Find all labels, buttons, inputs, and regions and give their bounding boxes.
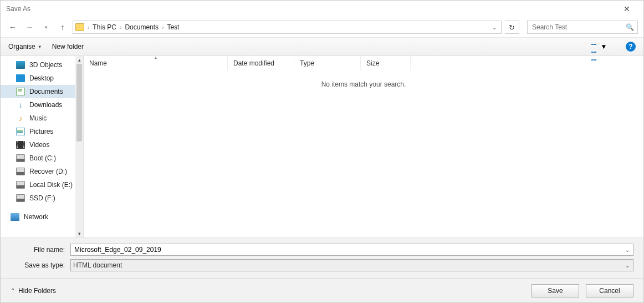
cancel-button[interactable]: Cancel xyxy=(586,284,633,297)
save-as-dialog: Save As ✕ ← → ▾ ↑ › This PC › Documents … xyxy=(0,0,644,303)
toolbar: Organise ▼ New folder ▼ ? xyxy=(1,37,643,56)
filename-input[interactable] xyxy=(73,245,624,254)
title-bar: Save As ✕ xyxy=(1,1,643,17)
dialog-body: 3D Objects Desktop Documents Downloads M… xyxy=(1,56,643,238)
music-icon xyxy=(16,114,25,122)
sidebar-item-label: Music xyxy=(29,114,47,122)
chevron-down-icon: ▼ xyxy=(601,43,607,50)
sidebar-item-pictures[interactable]: Pictures xyxy=(1,125,83,138)
chevron-down-icon: ▼ xyxy=(38,44,42,49)
savetype-combobox[interactable]: HTML document ⌄ xyxy=(70,259,633,271)
sidebar-item-label: Network xyxy=(24,213,48,221)
savetype-value: HTML document xyxy=(73,261,624,269)
network-icon xyxy=(11,213,19,221)
sidebar-item-label: Videos xyxy=(29,141,49,149)
chevron-right-icon: › xyxy=(86,24,90,31)
drive-icon xyxy=(16,194,25,202)
drive-icon xyxy=(16,154,25,162)
recent-dropdown[interactable]: ▾ xyxy=(39,21,53,34)
file-list-area: Name ▴ Date modified Type Size No items … xyxy=(84,56,643,238)
sidebar-item-label: 3D Objects xyxy=(29,61,62,69)
close-icon[interactable]: ✕ xyxy=(616,4,638,13)
address-bar[interactable]: › This PC › Documents › Test ⌄ xyxy=(73,21,502,34)
new-folder-button[interactable]: New folder xyxy=(52,43,84,50)
empty-state-message: No items match your search. xyxy=(84,70,643,238)
search-box[interactable]: 🔍 xyxy=(527,21,638,34)
sidebar-item-label: Recover (D:) xyxy=(29,168,67,175)
downloads-icon xyxy=(16,101,25,109)
breadcrumb-item[interactable]: Documents xyxy=(125,23,159,31)
organise-button[interactable]: Organise ▼ xyxy=(8,43,42,50)
search-icon: 🔍 xyxy=(626,23,634,31)
sidebar-item-label: Desktop xyxy=(29,74,54,82)
forward-button: → xyxy=(23,21,36,34)
up-button[interactable]: ↑ xyxy=(56,21,69,34)
savetype-row: Save as type: HTML document ⌄ xyxy=(11,259,633,271)
sidebar-item-label: Local Disk (E:) xyxy=(29,181,73,189)
documents-icon xyxy=(16,88,25,95)
sidebar-item-drive-e[interactable]: Local Disk (E:) xyxy=(1,178,83,191)
sidebar-item-label: SSD (F:) xyxy=(29,194,55,202)
nav-row: ← → ▾ ↑ › This PC › Documents › Test ⌄ ↻… xyxy=(1,17,643,37)
scroll-down-icon[interactable]: ▾ xyxy=(75,230,83,238)
organise-label: Organise xyxy=(8,43,35,50)
pictures-icon xyxy=(16,128,25,135)
sidebar-item-downloads[interactable]: Downloads xyxy=(1,98,83,112)
column-header-size[interactable]: Size xyxy=(361,56,411,70)
save-button[interactable]: Save xyxy=(531,284,579,297)
sidebar-item-drive-f[interactable]: SSD (F:) xyxy=(1,191,83,205)
scroll-thumb[interactable] xyxy=(76,64,82,142)
savetype-label: Save as type: xyxy=(11,261,70,269)
sidebar-item-network[interactable]: Network xyxy=(1,210,83,224)
chevron-down-icon[interactable]: ⌄ xyxy=(624,262,631,269)
chevron-right-icon: › xyxy=(161,24,165,31)
sidebar-item-label: Boot (C:) xyxy=(29,154,56,162)
scroll-up-icon[interactable]: ▴ xyxy=(75,56,83,64)
column-header-type[interactable]: Type xyxy=(294,56,361,70)
column-header-name[interactable]: Name ▴ xyxy=(84,56,228,70)
filename-combobox[interactable]: ⌄ xyxy=(70,244,633,256)
sidebar-item-desktop[interactable]: Desktop xyxy=(1,72,83,85)
column-header-date[interactable]: Date modified xyxy=(228,56,294,70)
refresh-button[interactable]: ↻ xyxy=(505,21,519,34)
save-form: File name: ⌄ Save as type: HTML document… xyxy=(1,238,643,278)
chevron-right-icon: › xyxy=(119,24,122,31)
sidebar-item-music[interactable]: Music xyxy=(1,112,83,125)
sidebar-item-label: Downloads xyxy=(29,101,62,109)
breadcrumb-item[interactable]: This PC xyxy=(93,23,116,31)
drive-icon xyxy=(16,168,25,175)
sidebar-item-3d-objects[interactable]: 3D Objects xyxy=(1,58,83,72)
new-folder-label: New folder xyxy=(52,43,84,50)
view-icon xyxy=(591,43,599,50)
back-button[interactable]: ← xyxy=(6,21,19,34)
window-title: Save As xyxy=(6,5,616,13)
sidebar-item-label: Documents xyxy=(29,88,63,95)
navigation-pane: 3D Objects Desktop Documents Downloads M… xyxy=(1,56,84,238)
column-headers: Name ▴ Date modified Type Size xyxy=(84,56,643,70)
hide-folders-label: Hide Folders xyxy=(18,287,56,295)
view-button[interactable]: ▼ xyxy=(588,41,610,53)
address-dropdown[interactable]: ⌄ xyxy=(490,24,499,31)
breadcrumb-item[interactable]: Test xyxy=(167,23,179,31)
desktop-icon xyxy=(16,74,25,82)
3d-objects-icon xyxy=(16,61,25,69)
folder-icon xyxy=(75,23,84,31)
hide-folders-toggle[interactable]: ⌃ Hide Folders xyxy=(11,287,56,295)
sort-indicator-icon: ▴ xyxy=(155,56,157,60)
action-bar: ⌃ Hide Folders Save Cancel xyxy=(1,278,643,302)
help-button[interactable]: ? xyxy=(626,42,636,52)
drive-icon xyxy=(16,181,25,189)
chevron-up-icon: ⌃ xyxy=(11,287,15,294)
videos-icon xyxy=(16,141,25,149)
sidebar-item-drive-d[interactable]: Recover (D:) xyxy=(1,165,83,178)
search-input[interactable] xyxy=(531,23,626,32)
chevron-down-icon[interactable]: ⌄ xyxy=(624,247,631,253)
sidebar-item-label: Pictures xyxy=(29,128,53,135)
filename-row: File name: ⌄ xyxy=(11,244,633,256)
sidebar-item-videos[interactable]: Videos xyxy=(1,138,83,152)
sidebar-item-drive-c[interactable]: Boot (C:) xyxy=(1,152,83,165)
sidebar-scrollbar[interactable]: ▴ ▾ xyxy=(75,56,83,238)
sidebar-item-documents[interactable]: Documents xyxy=(1,85,83,98)
filename-label: File name: xyxy=(11,246,70,254)
